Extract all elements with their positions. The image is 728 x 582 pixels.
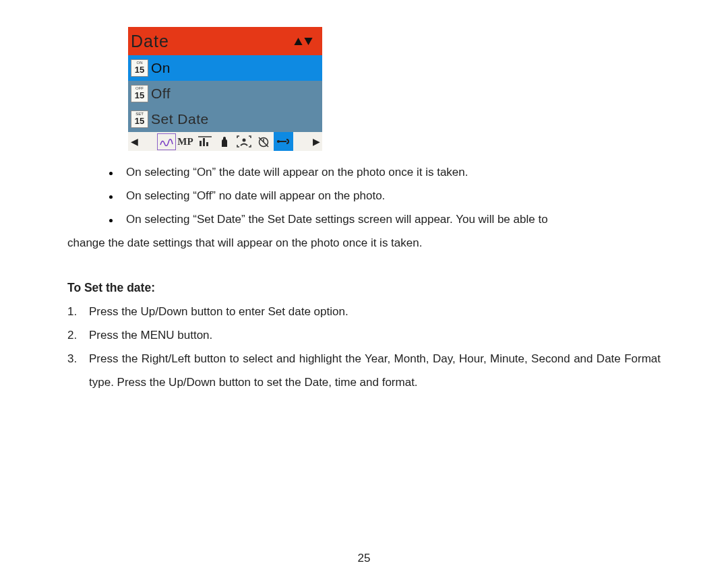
menu-item-label: Set Date xyxy=(151,111,209,127)
svg-rect-3 xyxy=(203,138,205,146)
section-heading: To Set the date: xyxy=(67,276,661,300)
bullet-item: On selecting “Off” no date will appear o… xyxy=(109,185,661,208)
bullet-icon xyxy=(109,219,113,222)
step-item: 1. Press the Up/Down button to enter Set… xyxy=(67,300,661,324)
svg-point-5 xyxy=(243,139,246,142)
svg-point-7 xyxy=(277,140,280,143)
menu-item-set-date: SET 15 Set Date xyxy=(128,106,322,132)
menu-header: Date xyxy=(128,27,322,55)
menu-screenshot: Date ON 15 On OFF 15 Off xyxy=(128,27,661,151)
body-text: On selecting “On” the date will appear o… xyxy=(109,161,661,395)
bullet-item: On selecting “Set Date” the Set Date set… xyxy=(109,208,661,232)
bullet-icon xyxy=(109,195,113,199)
menu-item-label: Off xyxy=(151,86,171,102)
svg-marker-1 xyxy=(304,38,312,45)
hand-icon xyxy=(215,132,235,151)
page-number: 25 xyxy=(0,552,728,565)
bullet-continuation: change the date settings that will appea… xyxy=(67,232,661,255)
bullet-item: On selecting “On” the date will appear o… xyxy=(109,161,661,185)
face-detect-icon xyxy=(235,132,254,151)
svg-rect-4 xyxy=(206,142,208,146)
step-item: 3. Press the Right/Left button to select… xyxy=(67,348,661,395)
up-down-icon xyxy=(294,38,313,45)
timer-off-icon xyxy=(254,132,274,151)
left-arrow-icon: ◀ xyxy=(128,136,140,147)
menu-item-on: ON 15 On xyxy=(128,55,322,81)
menu-item-label: On xyxy=(151,60,171,76)
step-item: 2. Press the MENU button. xyxy=(67,324,661,348)
mp-icon: MP xyxy=(176,132,195,151)
bars-icon xyxy=(195,132,215,151)
wrench-icon xyxy=(274,132,293,151)
right-arrow-icon: ▶ xyxy=(310,136,322,147)
calendar-set-icon: SET 15 xyxy=(131,110,148,128)
svg-marker-0 xyxy=(294,38,302,45)
bullet-icon xyxy=(109,172,113,175)
menu-title: Date xyxy=(131,32,169,51)
svg-rect-2 xyxy=(200,141,202,146)
menu-bottom-bar: ◀ MP xyxy=(128,132,322,151)
wave-icon xyxy=(157,133,176,150)
calendar-on-icon: ON 15 xyxy=(131,59,148,77)
menu-item-off: OFF 15 Off xyxy=(128,81,322,106)
calendar-off-icon: OFF 15 xyxy=(131,85,148,102)
